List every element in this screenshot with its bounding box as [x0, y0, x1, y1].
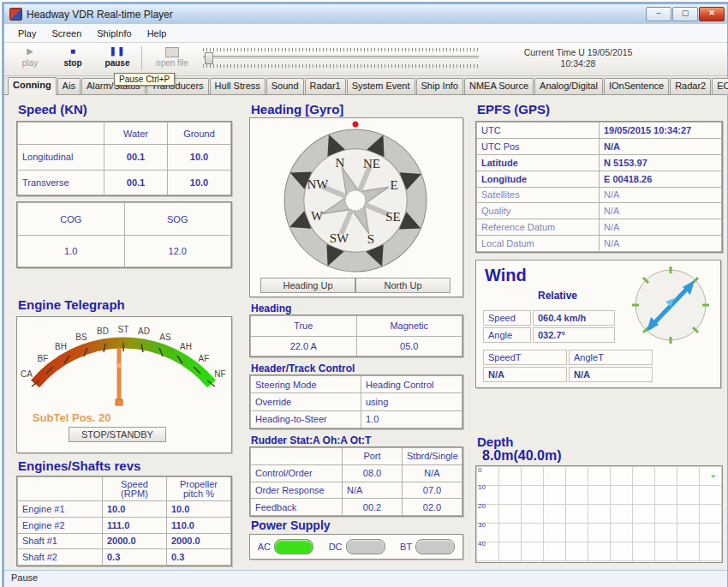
tab-ais[interactable]: Ais: [57, 78, 81, 94]
table-row: Engine #2111.0110.0: [18, 517, 231, 533]
table-row: LongitudeE 00418.26: [477, 171, 722, 187]
svg-text:AH: AH: [180, 342, 192, 351]
play-button[interactable]: ▶ play: [11, 45, 49, 68]
pause-button[interactable]: ❚❚ pause: [98, 45, 136, 68]
maximize-button[interactable]: ▢: [672, 7, 698, 21]
table-row: Control/Order08.0N/A: [251, 464, 462, 482]
svg-text:ST: ST: [118, 325, 129, 334]
svg-text:NE: NE: [363, 157, 380, 171]
power-title: Power Supply: [251, 518, 331, 532]
tab-hull-stress[interactable]: Hull Stress: [210, 78, 266, 94]
app-icon: [9, 8, 22, 21]
wind-panel: Wind Relative Speed 060.: [475, 260, 721, 388]
north-up-button[interactable]: North Up: [355, 278, 451, 293]
svg-text:AS: AS: [159, 332, 171, 342]
telegraph-title: Engine Telegraph: [18, 297, 125, 312]
playback-slider[interactable]: [203, 48, 479, 70]
wind-angle-value: 032.7°: [533, 327, 615, 343]
table-row: Reference DatumN/A: [477, 219, 722, 236]
toolbar: ▶ play ■ stop ❚❚ pause open file Current…: [4, 43, 727, 76]
tab-analog-digital[interactable]: Analog/Digital: [534, 78, 603, 94]
ac-power-indicator: [274, 539, 313, 554]
gyro-compass-panel: N NE E SE S SW W NW Heading Up North Up: [249, 117, 463, 297]
tab-conning[interactable]: Conning: [8, 77, 57, 95]
tab-ionsentence[interactable]: IOnSentence: [604, 78, 669, 94]
heading-section-title: Heading: [251, 302, 291, 314]
tab-ecdis1[interactable]: ECDIS1: [712, 78, 728, 94]
stop-button[interactable]: ■ stop: [54, 45, 92, 68]
wind-dial: [630, 264, 712, 346]
compass-point-n: N: [336, 156, 345, 170]
svg-text:SW: SW: [330, 231, 349, 245]
svg-text:SE: SE: [385, 210, 401, 224]
heading-table: TrueMagnetic 22.0 A05.0: [249, 314, 463, 357]
compass-rose: N NE E SE S SW W NW: [250, 118, 461, 276]
subtel-position: SubTel Pos. 20: [33, 411, 111, 424]
dc-power-indicator: [346, 539, 385, 554]
menu-play[interactable]: Play: [11, 27, 43, 40]
heading-up-button[interactable]: Heading Up: [260, 278, 355, 293]
svg-text:AF: AF: [199, 354, 210, 363]
depth-chart: 0 10 20 30 40 ⌄: [475, 465, 723, 563]
table-row: Heading-to-Steer1.0: [251, 410, 462, 428]
menu-screen[interactable]: Screen: [45, 27, 88, 40]
rudder-section-title: Rudder Stat:A Oh:A Ot:T: [251, 434, 371, 446]
stop-icon: ■: [54, 45, 92, 57]
stop-standby-button[interactable]: STOP/STANDBY: [69, 427, 166, 442]
wind-speed-value: 060.4 km/h: [533, 310, 615, 326]
tab-radar1[interactable]: Radar1: [305, 78, 346, 94]
table-row: Shaft #20.30.3: [18, 549, 231, 566]
svg-text:E: E: [390, 178, 397, 192]
table-row: Steering ModeHeading Control: [251, 376, 462, 393]
tab-sound[interactable]: Sound: [266, 78, 304, 94]
wind-angle-label: Angle: [483, 327, 531, 343]
wind-anglet-value: N/A: [569, 367, 653, 382]
wind-anglet-label: AngleT: [569, 350, 653, 365]
table-row: UTC PosN/A: [477, 138, 722, 154]
svg-text:S: S: [367, 232, 374, 246]
engines-title: Engines/Shafts revs: [18, 458, 140, 473]
tab-ship-info[interactable]: Ship Info: [416, 78, 463, 94]
tab-system-event[interactable]: System Event: [347, 78, 415, 94]
table-row: Shaft #12000.02000.0: [18, 533, 231, 549]
table-row: LatitudeN 5153.97: [477, 154, 722, 171]
depth-data-mark: ⌄: [710, 470, 717, 479]
slider-rail[interactable]: [203, 56, 479, 60]
table-row: Engine #110.010.0: [18, 501, 231, 518]
pause-tooltip: Pause Ctrl+P: [114, 73, 175, 86]
slider-ticks-bottom: [203, 64, 479, 68]
svg-text:BS: BS: [75, 332, 87, 342]
table-row: Transverse00.110.0: [18, 170, 231, 195]
table-row: Order ResponseN/A07.0: [251, 482, 462, 499]
epfs-table: UTC19/05/2015 10:34:27 UTC PosN/A Latitu…: [475, 121, 723, 253]
minimize-button[interactable]: –: [646, 7, 671, 21]
power-panel: AC DC BT: [249, 534, 463, 560]
svg-text:BF: BF: [38, 354, 49, 363]
table-row: QualityN/A: [477, 203, 722, 219]
svg-text:NW: NW: [307, 177, 330, 191]
status-text: Pause: [11, 572, 38, 583]
tab-radar2[interactable]: Radar2: [670, 78, 711, 94]
wind-speedt-label: SpeedT: [483, 350, 567, 365]
tab-nmea-source[interactable]: NMEA Source: [464, 78, 534, 94]
speed-table: WaterGround Longitudinal00.110.0 Transve…: [16, 121, 232, 196]
gyro-title: Heading [Gyro]: [251, 102, 343, 117]
menu-help[interactable]: Help: [140, 27, 174, 40]
table-row: UTC19/05/2015 10:34:27: [477, 123, 722, 139]
cog-sog-table: COGSOG 1.012.0: [16, 201, 232, 268]
open-file-button[interactable]: open file: [148, 45, 196, 68]
depth-value: 8.0m(40.0m): [482, 448, 562, 464]
slider-handle[interactable]: [205, 52, 213, 64]
open-file-icon: [165, 47, 179, 57]
bt-power-indicator: [415, 539, 455, 554]
wind-speedt-value: N/A: [483, 367, 567, 382]
telegraph-label: CA: [21, 369, 33, 379]
close-button[interactable]: ✕: [699, 7, 725, 21]
svg-text:AD: AD: [138, 326, 150, 336]
svg-text:BH: BH: [55, 342, 67, 351]
status-bar: Pause: [4, 570, 727, 587]
menu-shipinfo[interactable]: ShipInfo: [90, 27, 138, 40]
pause-icon: ❚❚: [98, 45, 136, 57]
rudder-table: PortStbrd/Single Control/Order08.0N/A Or…: [249, 446, 463, 517]
play-icon: ▶: [11, 45, 49, 57]
